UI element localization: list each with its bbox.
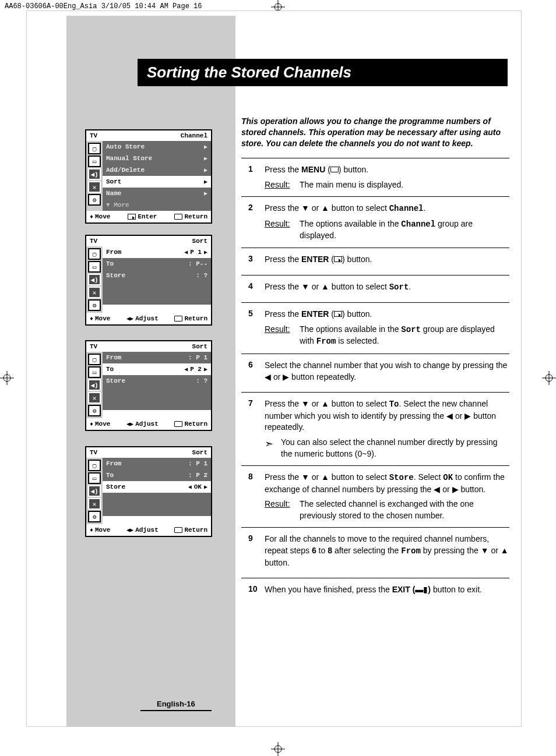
picture-icon: ▢ bbox=[88, 460, 101, 471]
registration-mark-bottom bbox=[271, 742, 285, 756]
screen-icon: ▭ bbox=[88, 366, 101, 378]
osd-tv-label: TV bbox=[90, 132, 97, 139]
text: Press the ▼ or ▲ button to select bbox=[265, 203, 389, 213]
text: Press the bbox=[265, 165, 301, 174]
osd-return-label: Return bbox=[184, 527, 207, 534]
step-number: 7 bbox=[241, 398, 265, 460]
step-4: 4 Press the ▼ or ▲ button to select Sort… bbox=[241, 275, 509, 303]
note-text: You can also select the channel number d… bbox=[281, 437, 509, 460]
osd-row-label: To bbox=[106, 260, 114, 267]
osd-title: Sort bbox=[192, 449, 207, 456]
eight-label: 8 bbox=[328, 546, 332, 555]
chevron-right-icon: ▶ bbox=[204, 155, 207, 162]
setup-icon: ⚙ bbox=[88, 511, 101, 522]
text: ) button. bbox=[342, 309, 372, 319]
osd-row-selected: Store◀OK▶ bbox=[103, 481, 211, 493]
osd-move-label: Move bbox=[95, 213, 110, 220]
menu-icon bbox=[330, 167, 339, 172]
step-number: 3 bbox=[241, 254, 265, 269]
osd-row-value: : ? bbox=[196, 272, 207, 279]
step-10: 10 When you have finished, press the EXI… bbox=[241, 578, 509, 605]
osd-adjust-label: Adjust bbox=[135, 315, 159, 322]
chevron-right-icon: ▶ bbox=[204, 167, 207, 174]
osd-row: To: P-- bbox=[103, 258, 211, 270]
enter-icon bbox=[334, 311, 342, 317]
osd-title: Channel bbox=[181, 132, 207, 139]
osd-channel-menu: TVChannel ▢ ▭ ◀) ✕ ⚙ Auto Store▶ Manual … bbox=[85, 129, 212, 224]
osd-row: Auto Store▶ bbox=[103, 141, 211, 153]
enter-button-label: ENTER bbox=[301, 255, 329, 264]
result-label: Result: bbox=[265, 324, 300, 348]
text: after selecting the bbox=[332, 546, 401, 555]
step-7: 7 Press the ▼ or ▲ button to select To. … bbox=[241, 392, 509, 465]
chevron-left-icon: ◀ bbox=[184, 249, 188, 256]
picture-icon: ▢ bbox=[88, 354, 101, 365]
screen-icon: ▭ bbox=[88, 156, 101, 167]
updown-icon: ♦ bbox=[90, 214, 93, 220]
osd-sort-menu-to: TVSort ▢ ▭ ◀) ✕ ⚙ From: P 1 To◀P 2▶ Stor… bbox=[85, 340, 212, 431]
menu-icon bbox=[174, 316, 182, 322]
menu-icon bbox=[174, 527, 182, 533]
osd-row-value: : ? bbox=[196, 377, 207, 384]
osd-row: From: P 1 bbox=[103, 352, 211, 363]
registration-mark-right bbox=[542, 371, 556, 385]
text: ) button. bbox=[342, 255, 372, 264]
osd-row-value: P 1 bbox=[190, 249, 202, 256]
step-number: 1 bbox=[241, 164, 265, 190]
text: Press the ▼ or ▲ button to select bbox=[265, 472, 389, 482]
result-text: The main menu is displayed. bbox=[300, 179, 509, 191]
picture-icon: ▢ bbox=[88, 248, 101, 260]
text: Select the channel number that you wish … bbox=[265, 360, 509, 383]
osd-row-value: : P-- bbox=[188, 260, 207, 267]
osd-row-selected: Sort▶ bbox=[103, 176, 211, 188]
sort-label: Sort bbox=[401, 325, 421, 334]
page-title: Sorting the Stored Channels bbox=[147, 63, 498, 82]
osd-row-label: Add/Delete bbox=[106, 167, 145, 174]
sound-icon: ◀) bbox=[88, 379, 101, 391]
osd-row-label: To bbox=[106, 472, 114, 479]
text: Press the ▼ or ▲ button to select bbox=[265, 399, 389, 408]
menu-icon bbox=[174, 421, 182, 427]
chevron-right-icon: ▶ bbox=[204, 483, 207, 490]
sort-label: Sort bbox=[389, 282, 409, 292]
step-2: 2 Press the ▼ or ▲ button to select Chan… bbox=[241, 196, 509, 248]
osd-row-blank bbox=[103, 493, 211, 504]
osd-row-blank bbox=[103, 293, 211, 305]
setup-icon: ⚙ bbox=[88, 405, 101, 416]
osd-row-label: ▼ More bbox=[106, 202, 129, 209]
osd-row-value: OK bbox=[194, 483, 202, 490]
osd-title: Sort bbox=[192, 343, 207, 350]
ok-label: OK bbox=[443, 473, 453, 482]
mute-icon: ✕ bbox=[88, 287, 101, 298]
osd-icon-column: ▢ ▭ ◀) ✕ ⚙ bbox=[86, 458, 103, 524]
osd-sort-menu-store: TVSort ▢ ▭ ◀) ✕ ⚙ From: P 1 To: P 2 Stor… bbox=[85, 446, 212, 537]
text: The options available in the bbox=[300, 324, 401, 334]
osd-enter-label: Enter bbox=[138, 213, 157, 220]
osd-tv-label: TV bbox=[90, 238, 97, 245]
updown-icon: ♦ bbox=[90, 421, 93, 428]
osd-row: Manual Store▶ bbox=[103, 153, 211, 164]
menu-icon bbox=[174, 214, 182, 220]
from-label: From bbox=[401, 546, 421, 556]
step-5: 5 Press the ENTER () button. Result:The … bbox=[241, 302, 509, 354]
text: . bbox=[409, 282, 411, 291]
step-number: 2 bbox=[241, 203, 265, 242]
osd-row-label: Sort bbox=[106, 178, 121, 185]
text: to bbox=[316, 546, 328, 555]
osd-row-label: Store bbox=[106, 272, 125, 279]
text: is selected. bbox=[336, 336, 379, 345]
osd-row: Store: ? bbox=[103, 375, 211, 387]
osd-row-value: : P 1 bbox=[188, 354, 207, 361]
osd-icon-column: ▢ ▭ ◀) ✕ ⚙ bbox=[86, 141, 103, 211]
chevron-right-icon: ▶ bbox=[204, 249, 207, 256]
osd-row-label: From bbox=[106, 249, 121, 256]
steps-list: 1 Press the MENU () button. Result:The m… bbox=[241, 158, 509, 605]
osd-row: To: P 2 bbox=[103, 469, 211, 481]
osd-adjust-label: Adjust bbox=[135, 527, 159, 534]
step-8: 8 Press the ▼ or ▲ button to select Stor… bbox=[241, 465, 509, 527]
step-number: 10 bbox=[241, 584, 265, 599]
from-label: From bbox=[316, 337, 336, 346]
osd-row-label: Store bbox=[106, 483, 125, 490]
exit-button-label: EXIT ( bbox=[392, 585, 416, 594]
leftright-icon: ◀▶ bbox=[126, 421, 133, 428]
